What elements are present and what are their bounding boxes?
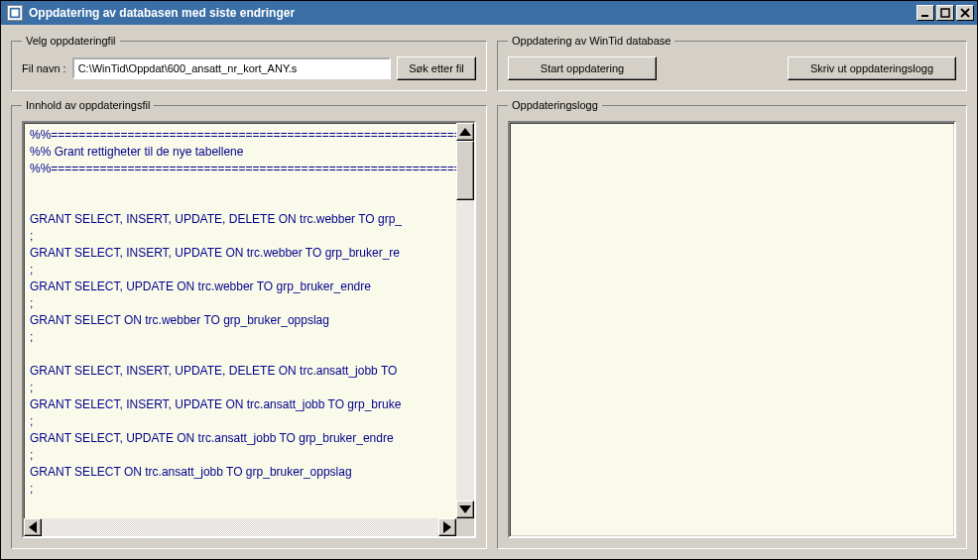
group-select-file: Velg oppdateringfil Fil navn : Søk etter… (11, 35, 487, 91)
file-content-line[interactable]: GRANT SELECT, INSERT, UPDATE, DELETE ON … (30, 211, 450, 228)
maximize-button[interactable] (936, 5, 954, 21)
vertical-scrollbar[interactable] (456, 123, 474, 518)
group-file-contents: Innhold av oppdateringsfil %%===========… (11, 99, 487, 549)
file-content-line[interactable] (30, 346, 450, 363)
file-content-line[interactable]: ; (30, 413, 450, 430)
file-content-line[interactable]: ; (30, 329, 450, 346)
file-content-line[interactable]: ; (30, 447, 450, 464)
file-content-line[interactable]: ; (30, 380, 450, 396)
group-select-file-legend: Velg oppdateringfil (22, 35, 120, 47)
minimize-button[interactable] (917, 5, 934, 21)
file-content-line[interactable]: GRANT SELECT, UPDATE ON trc.webber TO gr… (30, 279, 450, 295)
titlebar: Oppdatering av databasen med siste endri… (1, 1, 977, 25)
scroll-thumb-vertical[interactable] (456, 141, 474, 200)
window-title: Oppdatering av databasen med siste endri… (27, 6, 917, 20)
file-content-line[interactable]: GRANT SELECT, INSERT, UPDATE ON trc.webb… (30, 245, 450, 262)
file-contents-text: %%======================================… (24, 123, 456, 518)
file-content-line[interactable]: ; (30, 262, 450, 279)
file-name-label: Fil navn : (22, 62, 66, 74)
group-db-update-legend: Oppdatering av WinTid database (508, 35, 674, 47)
file-path-input[interactable] (72, 57, 391, 79)
file-content-line[interactable]: GRANT SELECT, INSERT, UPDATE ON trc.ansa… (30, 396, 450, 413)
chevron-left-icon (25, 519, 41, 535)
scroll-right-button[interactable] (438, 518, 456, 536)
file-content-line[interactable]: %%======================================… (30, 161, 450, 177)
chevron-right-icon (439, 519, 455, 535)
scroll-up-button[interactable] (456, 123, 474, 141)
close-button[interactable] (956, 5, 974, 21)
group-update-log: Oppdateringslogg (497, 99, 967, 549)
print-log-button[interactable]: Skriv ut oppdateringslogg (788, 56, 956, 80)
left-column: Velg oppdateringfil Fil navn : Søk etter… (11, 35, 487, 549)
file-content-line[interactable] (30, 177, 450, 194)
file-content-line[interactable] (30, 194, 450, 211)
file-content-line[interactable]: GRANT SELECT, UPDATE ON trc.ansatt_jobb … (30, 430, 450, 447)
svg-rect-3 (941, 9, 949, 17)
file-content-line[interactable]: %%======================================… (30, 127, 450, 144)
scroll-left-button[interactable] (24, 518, 42, 536)
app-window: Oppdatering av databasen med siste endri… (0, 0, 978, 560)
file-content-line[interactable]: GRANT SELECT, INSERT, UPDATE, DELETE ON … (30, 363, 450, 380)
file-content-line[interactable]: GRANT SELECT ON trc.webber TO grp_bruker… (30, 312, 450, 329)
update-log-listbox[interactable] (508, 121, 956, 538)
maximize-icon (940, 8, 950, 18)
scroll-track-horizontal[interactable] (42, 518, 438, 536)
scroll-track-vertical[interactable] (456, 200, 474, 501)
scroll-corner-box (456, 518, 474, 536)
file-content-line[interactable]: %% Grant rettigheter til de nye tabellen… (30, 144, 450, 161)
file-contents-listbox[interactable]: %%======================================… (22, 121, 476, 538)
file-content-line[interactable]: ; (30, 481, 450, 498)
group-db-update: Oppdatering av WinTid database Start opp… (497, 35, 967, 91)
group-file-contents-legend: Innhold av oppdateringsfil (22, 99, 154, 111)
chevron-up-icon (457, 124, 473, 140)
file-content-line[interactable]: ; (30, 228, 450, 245)
chevron-down-icon (457, 502, 473, 517)
right-column: Oppdatering av WinTid database Start opp… (497, 35, 967, 549)
file-content-line[interactable]: ; (30, 295, 450, 312)
minimize-icon (920, 8, 930, 18)
file-content-line[interactable]: GRANT SELECT ON trc.ansatt_jobb TO grp_b… (30, 464, 450, 481)
app-icon (7, 5, 23, 21)
scroll-down-button[interactable] (456, 501, 474, 518)
svg-rect-2 (921, 15, 928, 17)
browse-button[interactable]: Søk etter fil (397, 56, 476, 80)
close-icon (960, 8, 970, 18)
client-area: Velg oppdateringfil Fil navn : Søk etter… (1, 25, 977, 559)
svg-rect-1 (12, 10, 19, 17)
window-controls (917, 5, 975, 21)
horizontal-scrollbar[interactable] (24, 518, 474, 536)
start-update-button[interactable]: Start oppdatering (508, 56, 657, 80)
group-update-log-legend: Oppdateringslogg (508, 99, 602, 111)
